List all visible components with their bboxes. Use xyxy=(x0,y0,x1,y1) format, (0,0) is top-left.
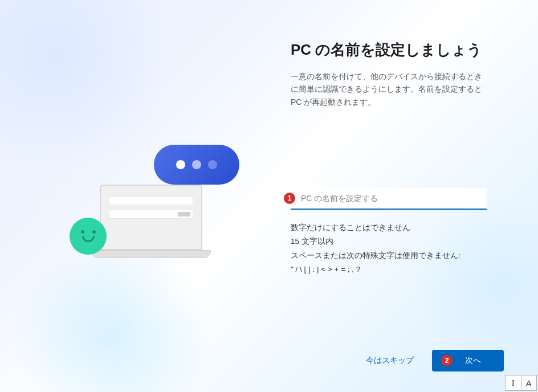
rule-chars-list: " / \ [ ] : | < > + = ; , ? xyxy=(291,263,487,276)
annotation-badge-2: 2 xyxy=(441,355,453,366)
form-panel: PC の名前を設定しましょう 一意の名前を付けて、他のデバイスから接続するときに… xyxy=(274,40,504,369)
ime-conversion-mode[interactable]: A xyxy=(521,375,537,390)
rule-numeric: 数字だけにすることはできません xyxy=(291,221,487,235)
ime-indicator[interactable]: I A xyxy=(505,375,537,391)
smiley-icon xyxy=(70,218,107,255)
laptop-icon xyxy=(91,185,211,262)
oobe-page: PC の名前を設定しましょう 一意の名前を付けて、他のデバイスから接続するときに… xyxy=(0,0,538,392)
naming-rules: 数字だけにすることはできません 15 文字以内 スペースまたは次の特殊文字は使用… xyxy=(291,221,487,276)
next-button-label: 次へ xyxy=(465,356,481,365)
pc-name-input[interactable] xyxy=(291,188,487,210)
rule-chars-label: スペースまたは次の特殊文字は使用できません: xyxy=(291,249,487,263)
chat-bubble-icon xyxy=(154,145,239,185)
next-button[interactable]: 2 次へ xyxy=(432,350,504,371)
page-title: PC の名前を設定しましょう xyxy=(291,40,487,60)
illustration-panel xyxy=(34,40,274,369)
page-subtitle: 一意の名前を付けて、他のデバイスから接続するときに簡単に認識できるようにします。… xyxy=(291,70,487,108)
pc-name-input-wrap: 1 xyxy=(291,188,487,210)
pc-illustration xyxy=(80,148,228,262)
rule-length: 15 文字以内 xyxy=(291,235,487,248)
skip-button[interactable]: 今はスキップ xyxy=(361,350,418,371)
footer-actions: 今はスキップ 2 次へ xyxy=(361,350,504,371)
ime-input-mode[interactable]: I xyxy=(506,375,521,390)
